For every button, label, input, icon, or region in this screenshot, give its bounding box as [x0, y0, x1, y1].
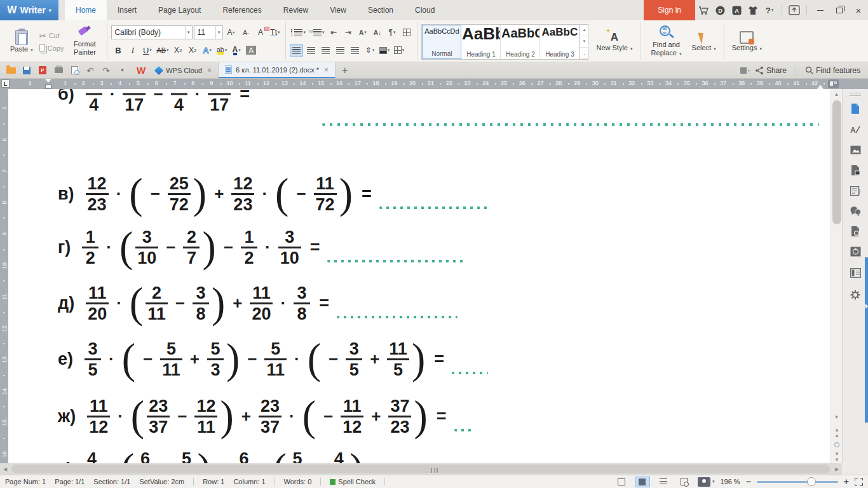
style-heading-2[interactable]: AaBbC Heading 2 [501, 25, 540, 59]
font-name-select[interactable]: Calibri (Body)▾ [111, 25, 193, 39]
scroll-left-arrow[interactable]: ◀ [0, 463, 10, 475]
print-button[interactable] [51, 64, 65, 77]
sign-in-button[interactable]: Sign in [644, 0, 695, 20]
sidebar-handle[interactable] [850, 93, 861, 96]
grow-font-button[interactable]: A+ [224, 26, 238, 39]
font-color-button[interactable]: A▾ [230, 44, 243, 57]
numbering-button[interactable]: ▾ [308, 26, 326, 39]
word-count-status[interactable]: Words: 0 [284, 478, 312, 485]
superscript-button[interactable]: X2 [172, 44, 185, 57]
fit-page-icon[interactable] [855, 478, 863, 486]
horizontal-scrollbar[interactable]: ◀ ▶ [0, 463, 842, 475]
document-page[interactable]: б)4·17−4·17=в)1223·(−2572)+1223·(−1172)=… [8, 89, 831, 463]
new-style-button[interactable]: A New Style ▾ [592, 29, 636, 54]
underline-button[interactable]: U▾ [140, 44, 154, 57]
horizontal-ruler[interactable]: L 11234567891011121314151617181920212223… [0, 79, 868, 89]
align-right-button[interactable] [319, 44, 332, 57]
full-screen-view-button[interactable] [614, 477, 629, 487]
sidebar-expand-arrow[interactable] [865, 304, 868, 309]
character-shading-button[interactable]: A [245, 44, 258, 57]
copy-button[interactable]: Copy [39, 44, 64, 52]
first-line-indent-marker[interactable] [45, 79, 51, 83]
text-direction-button[interactable]: A▾ [356, 26, 369, 39]
subscript-button[interactable]: X2 [186, 44, 200, 57]
styles-expand[interactable]: ⌄ [580, 48, 588, 59]
gear-icon[interactable] [848, 288, 862, 302]
navigation-pane-icon[interactable] [848, 266, 862, 280]
increase-indent-button[interactable]: ⇥ [341, 26, 355, 39]
next-page-button[interactable]: ▼▼ [831, 451, 842, 463]
skin-icon[interactable] [745, 3, 761, 17]
format-painter-button[interactable]: Format Painter [66, 24, 103, 58]
tab-wps-cloud[interactable]: WPS Cloud × [149, 62, 219, 78]
find-features-button[interactable]: Find features [805, 66, 860, 75]
font-size-select[interactable]: 11▾ [194, 25, 223, 39]
clear-formatting-button[interactable]: A [254, 26, 267, 39]
menu-section[interactable]: Section [357, 0, 404, 20]
right-indent-marker[interactable] [817, 85, 824, 89]
align-center-button[interactable] [304, 44, 318, 57]
shrink-font-button[interactable]: A- [239, 26, 252, 39]
scroll-down-arrow[interactable]: ▼ [831, 414, 842, 420]
toolbar-dropdown[interactable]: ▾ [115, 64, 129, 77]
comments-icon[interactable] [848, 204, 862, 218]
document-check-icon[interactable] [848, 224, 862, 238]
table-grid-button[interactable] [400, 26, 413, 39]
hide-ribbon-icon[interactable] [786, 3, 803, 17]
new-document-icon[interactable] [848, 102, 862, 116]
cart-icon[interactable] [695, 3, 712, 17]
menu-insert[interactable]: Insert [107, 0, 147, 20]
spell-check-status[interactable]: Spell Check [330, 478, 376, 485]
app-menu-button[interactable]: W Writer ▾ [0, 0, 58, 20]
restore-button[interactable] [830, 3, 849, 17]
page-num-status[interactable]: Page Num: 1 [5, 478, 46, 485]
style-normal[interactable]: AaBbCcDd Normal [422, 25, 461, 59]
minimize-button[interactable] [811, 3, 830, 17]
find-replace-button[interactable]: ab ac Find and Replace ▾ [645, 24, 688, 58]
docer-templates-icon[interactable]: D [712, 3, 728, 17]
close-button[interactable]: × [849, 3, 868, 17]
print-layout-view-button[interactable] [635, 477, 650, 487]
print-preview-button[interactable] [67, 64, 81, 77]
line-spacing-button[interactable]: ⇕▾ [363, 44, 376, 57]
bold-button[interactable]: B [111, 44, 125, 57]
cut-button[interactable]: ✂Cut [39, 31, 64, 41]
media-icon[interactable] [848, 143, 862, 157]
new-tab-button[interactable]: + [336, 62, 354, 78]
select-browse-object-button[interactable] [834, 442, 839, 447]
help-icon[interactable]: ?▾ [761, 3, 778, 17]
zoom-out-button[interactable]: − [746, 477, 751, 487]
distribute-button[interactable] [348, 44, 362, 57]
borders-button[interactable]: ▾ [392, 44, 405, 57]
outline-view-button[interactable] [656, 477, 671, 487]
zoom-slider-thumb[interactable] [807, 477, 816, 486]
sort-button[interactable]: A↓ [370, 26, 384, 39]
style-heading-1[interactable]: AaBb Heading 1 [461, 25, 501, 59]
select-button[interactable]: Select ▾ [688, 29, 720, 54]
page-status[interactable]: Page: 1/1 [55, 478, 85, 485]
styles-scroll-down[interactable]: ▼ [580, 36, 588, 48]
bullets-button[interactable]: ▾ [290, 26, 307, 39]
strikethrough-button[interactable]: AB▾ [155, 44, 170, 57]
text-effects-button[interactable]: A▾ [201, 44, 214, 57]
menu-references[interactable]: References [212, 0, 272, 20]
ruler-toggle-icon[interactable] [828, 79, 839, 88]
zoom-level[interactable]: 196 % [720, 478, 740, 485]
italic-button[interactable]: I [126, 44, 139, 57]
shading-button[interactable]: ▾ [377, 44, 391, 57]
settings-button[interactable]: Settings ▾ [728, 29, 766, 54]
horizontal-scroll-thumb[interactable] [11, 464, 830, 473]
redo-button[interactable]: ↷ [99, 64, 113, 77]
toolbar-options-icon[interactable] [740, 67, 750, 74]
previous-page-button[interactable]: ▲▲ [831, 427, 842, 438]
outline-pane-icon[interactable]: } [848, 184, 862, 198]
vertical-scroll-thumb[interactable] [832, 100, 841, 224]
highlight-color-button[interactable]: ab▾ [215, 44, 229, 57]
menu-home[interactable]: Home [65, 0, 107, 20]
show-marks-button[interactable]: ¶▾ [385, 26, 398, 39]
paste-button[interactable]: Paste ▾ [6, 28, 37, 55]
styles-scroll-up[interactable]: ▲ [580, 25, 588, 36]
menu-view[interactable]: View [319, 0, 357, 20]
share-button[interactable]: Share [755, 66, 787, 75]
tab-selector[interactable]: L [1, 79, 10, 88]
